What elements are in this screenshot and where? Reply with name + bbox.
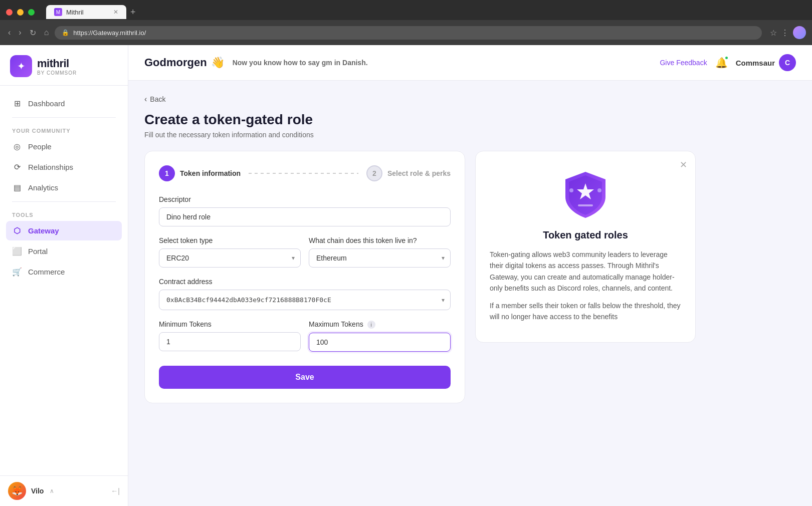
sidebar-user[interactable]: 🦊 Vilo ∧ (8, 482, 54, 500)
sidebar-item-label: Relationships (28, 163, 73, 171)
dashboard-icon: ⊞ (12, 99, 22, 108)
info-card-para1: Token-gating allows web3 community leade… (490, 249, 681, 294)
relationships-icon: ⟳ (12, 162, 22, 172)
page-body: ‹ Back Create a token-gated role Fill ou… (128, 81, 812, 506)
chain-select-wrapper: Ethereum Polygon Solana Binance Smart Ch… (309, 248, 451, 268)
contract-select-wrapper: 0xBAcB34Bcf94442dbA033e9cf7216888B8170F0… (159, 290, 451, 310)
browser-nav-right: ☆ ⋮ (770, 26, 806, 39)
minimize-dot[interactable] (17, 9, 24, 16)
sidebar-item-people[interactable]: ◎ People (6, 137, 122, 156)
notification-dot (724, 56, 729, 60)
header: Godmorgen 👋 Now you know how to say gm i… (128, 45, 812, 81)
page-subtitle: Fill out the necessary token information… (144, 131, 796, 139)
shield-icon-container (490, 169, 681, 219)
content-row: 1 Token information 2 Select role & perk… (144, 151, 796, 403)
token-type-select[interactable]: ERC20 ERC721 ERC1155 (159, 248, 301, 268)
sidebar-divider-2 (12, 201, 116, 202)
info-card-title: Token gated roles (490, 229, 681, 241)
user-name: Vilo (31, 487, 44, 495)
tools-section-label: TOOLS (6, 206, 122, 221)
menu-icon[interactable]: ⋮ (781, 28, 789, 38)
logo-sub: BY COMMSOR (37, 70, 77, 76)
back-link[interactable]: ‹ Back (144, 95, 796, 104)
descriptor-input[interactable] (159, 207, 451, 226)
logo-text: mithril BY COMMSOR (37, 57, 77, 76)
header-username: Commsaur (736, 59, 775, 67)
min-tokens-group: Minimum Tokens (159, 320, 301, 352)
sidebar-item-analytics[interactable]: ▤ Analytics (6, 178, 122, 197)
browser-user-avatar[interactable] (793, 26, 806, 39)
tab-favicon: M (54, 8, 62, 16)
address-bar[interactable]: 🔒 https://Gateway.mithril.io/ (55, 26, 762, 40)
sidebar-item-label: Commerce (28, 268, 65, 276)
max-tokens-group: Maximum Tokens i (309, 320, 451, 352)
sidebar-item-label: Gateway (28, 226, 59, 235)
step-2-number: 2 (366, 165, 382, 181)
step-1-number: 1 (159, 165, 175, 181)
step-1: 1 Token information (159, 165, 241, 181)
notification-bell[interactable]: 🔔 (715, 57, 728, 69)
chain-label: What chain does this token live in? (309, 236, 451, 244)
descriptor-label: Descriptor (159, 195, 451, 203)
greeting-text: Godmorgen (144, 56, 207, 69)
min-tokens-label: Minimum Tokens (159, 320, 301, 328)
maximize-dot[interactable] (28, 9, 35, 16)
step-2-label: Select role & perks (387, 169, 451, 177)
sidebar-item-dashboard[interactable]: ⊞ Dashboard (6, 94, 122, 113)
browser-chrome: M Mithril ✕ + ‹ › ↻ ⌂ 🔒 https://Gateway.… (0, 0, 812, 45)
token-type-label: Select token type (159, 236, 301, 244)
sidebar: ✦ mithril BY COMMSOR ⊞ Dashboard YOUR CO… (0, 45, 128, 506)
portal-icon: ⬜ (12, 246, 22, 256)
gateway-icon: ⬡ (12, 226, 22, 235)
sidebar-item-commerce[interactable]: 🛒 Commerce (6, 262, 122, 282)
sidebar-collapse-button[interactable]: ←| (111, 487, 120, 495)
token-type-select-wrapper: ERC20 ERC721 ERC1155 ▾ (159, 248, 301, 268)
sidebar-item-label: Portal (28, 247, 48, 256)
close-dot[interactable] (6, 9, 13, 16)
header-greeting: Godmorgen 👋 Now you know how to say gm i… (144, 56, 368, 69)
sidebar-item-gateway[interactable]: ⬡ Gateway (6, 221, 122, 240)
min-tokens-input[interactable] (159, 332, 301, 351)
sidebar-item-portal[interactable]: ⬜ Portal (6, 241, 122, 261)
app-container: ✦ mithril BY COMMSOR ⊞ Dashboard YOUR CO… (0, 45, 812, 506)
sidebar-item-label: Analytics (28, 183, 58, 192)
active-tab[interactable]: M Mithril ✕ (46, 5, 126, 19)
info-card: ✕ (475, 151, 696, 343)
max-tokens-input[interactable] (309, 333, 451, 352)
back-arrow-icon: ‹ (144, 95, 147, 104)
forward-button[interactable]: › (17, 26, 23, 39)
back-label: Back (150, 95, 165, 103)
user-avatar: 🦊 (8, 482, 26, 500)
sidebar-nav: ⊞ Dashboard YOUR COMMUNITY ◎ People ⟳ Re… (0, 86, 128, 475)
lock-icon: 🔒 (62, 29, 69, 36)
save-button[interactable]: Save (159, 366, 451, 389)
header-user: Commsaur C (736, 54, 796, 71)
community-section-label: YOUR COMMUNITY (6, 122, 122, 137)
contract-label: Contract address (159, 278, 451, 286)
bookmarks-icon[interactable]: ☆ (770, 28, 777, 38)
info-close-button[interactable]: ✕ (680, 159, 687, 170)
sidebar-item-relationships[interactable]: ⟳ Relationships (6, 157, 122, 177)
step-1-label: Token information (180, 169, 241, 177)
tab-close-button[interactable]: ✕ (113, 9, 118, 16)
info-card-para2: If a member sells their token or falls b… (490, 300, 681, 323)
header-right: Give Feedback 🔔 Commsaur C (660, 54, 796, 71)
give-feedback-link[interactable]: Give Feedback (660, 59, 707, 67)
max-tokens-info-icon[interactable]: i (367, 321, 375, 329)
url-text: https://Gateway.mithril.io/ (73, 29, 146, 37)
chain-select[interactable]: Ethereum Polygon Solana Binance Smart Ch… (309, 248, 451, 268)
contract-select[interactable]: 0xBAcB34Bcf94442dbA033e9cf7216888B8170F0… (159, 290, 451, 310)
reload-button[interactable]: ↻ (28, 26, 38, 40)
sidebar-divider-1 (12, 117, 116, 118)
page-title: Create a token-gated role (144, 112, 796, 128)
new-tab-button[interactable]: + (130, 7, 136, 18)
step-divider (249, 173, 358, 174)
sidebar-item-label: People (28, 142, 52, 151)
home-button[interactable]: ⌂ (42, 26, 51, 39)
tab-label: Mithril (66, 9, 84, 16)
header-avatar[interactable]: C (779, 54, 796, 71)
back-button[interactable]: ‹ (6, 26, 13, 39)
wave-emoji: 👋 (211, 56, 225, 69)
sidebar-footer: 🦊 Vilo ∧ ←| (0, 475, 128, 506)
max-tokens-label: Maximum Tokens i (309, 320, 451, 329)
